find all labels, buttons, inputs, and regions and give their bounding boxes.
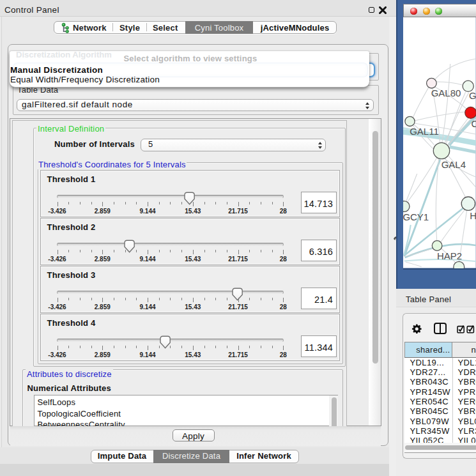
svg-text:GAL4: GAL4 — [441, 159, 466, 170]
svg-text:HAP2: HAP2 — [437, 250, 462, 261]
svg-text:GAL11: GAL11 — [410, 127, 439, 137]
svg-text:C: C — [472, 118, 476, 129]
svg-text:GAL80: GAL80 — [431, 88, 461, 98]
svg-text:G.: G. — [469, 91, 476, 102]
svg-text:H: H — [470, 210, 475, 221]
svg-text:GCY1: GCY1 — [403, 211, 429, 222]
